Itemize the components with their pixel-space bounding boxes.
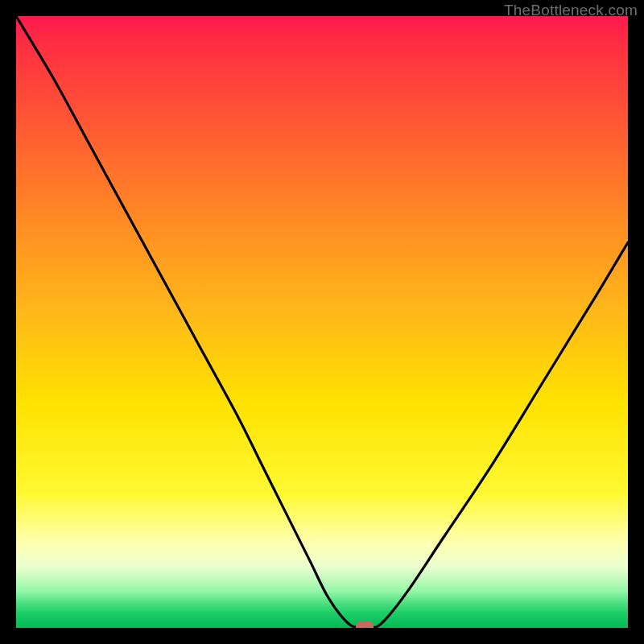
curve-svg (16, 16, 628, 628)
optimum-marker (356, 621, 374, 628)
chart-frame: TheBottleneck.com (0, 0, 644, 644)
bottleneck-curve (16, 16, 628, 628)
plot-area (16, 16, 628, 628)
